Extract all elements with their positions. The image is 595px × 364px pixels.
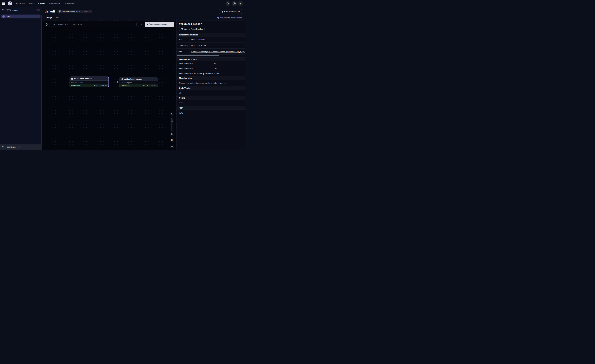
external-link-icon — [181, 28, 183, 30]
materialize-dropdown-button[interactable] — [170, 22, 174, 27]
section-type[interactable]: Type — [177, 106, 245, 110]
top-nav: Overview Runs Assets Automation Deployme… — [0, 0, 245, 7]
search-button[interactable] — [226, 1, 230, 6]
asset-group-icon — [2, 15, 5, 18]
refresh-graph-button[interactable] — [138, 22, 143, 27]
zoom-slider[interactable] — [170, 116, 174, 132]
expand-panel-icon — [46, 23, 49, 26]
page-title: default — [45, 10, 55, 13]
asset-detail-title: versioned_number — [179, 23, 243, 25]
sidebar-group-row[interactable]: 250321-dvers 1 — [0, 7, 42, 13]
zoom-out-button[interactable] — [170, 132, 174, 136]
view-tabs: Lineage List — [45, 16, 59, 20]
row-label: Timestamp — [177, 43, 190, 49]
section-title: Materialization tags — [179, 58, 197, 60]
tag-value: v5 — [212, 61, 245, 66]
metadata-plots-empty-message: No numeric metadata entries available to… — [177, 80, 245, 86]
asset-groups-sidebar: 250321-dvers 1 default 250321-dvers — [0, 7, 42, 150]
asset-group-badge: Asset Group in 250321-dvers — [57, 10, 92, 13]
chevron-down-icon[interactable] — [241, 87, 243, 89]
section-code-version[interactable]: Code Version — [177, 86, 245, 90]
dagster-logo-icon[interactable] — [7, 1, 13, 6]
sidebar-item-label: default — [6, 15, 12, 18]
asset-node-status: Materialized — [121, 85, 130, 87]
tab-lineage[interactable]: Lineage — [45, 16, 52, 20]
view-in-asset-catalog-button[interactable]: View in Asset Catalog — [179, 27, 205, 31]
zoom-slider-thumb[interactable] — [171, 120, 173, 122]
nav-links: Overview Runs Assets Automation Deployme… — [16, 2, 75, 5]
view-global-asset-lineage-label: View global asset lineage — [220, 17, 242, 19]
type-value: Any — [177, 110, 245, 116]
section-latest-materialization[interactable]: Latest materialization — [177, 33, 245, 37]
view-global-asset-lineage-link[interactable]: View global asset lineage — [217, 17, 242, 19]
asset-node-versioned-number[interactable]: versioned_number No description Material… — [70, 77, 109, 87]
materialize-selected-label: Materialize selected — [150, 23, 168, 26]
chevron-down-icon[interactable] — [241, 97, 243, 99]
reload-definitions-icon — [221, 10, 223, 13]
section-title: Latest materialization — [179, 34, 198, 36]
asset-node-timestamp: Mar 21, 5:25 PM — [143, 85, 156, 87]
graph-settings-button[interactable] — [170, 138, 174, 142]
section-materialization-tags[interactable]: Materialization tags — [177, 57, 245, 61]
nav-item-runs[interactable]: Runs — [29, 2, 34, 5]
run-id-link[interactable]: c9a40434 — [196, 38, 205, 41]
expand-panel-button[interactable] — [45, 22, 50, 27]
sidebar-item-default[interactable]: default — [1, 14, 41, 18]
download-graph-button[interactable] — [170, 144, 174, 148]
refresh-icon[interactable] — [19, 146, 20, 148]
tab-list[interactable]: List — [56, 16, 59, 20]
asset-node-multiplied-number[interactable]: multiplied_number No description Materia… — [119, 77, 158, 87]
zoom-in-button[interactable] — [170, 112, 174, 116]
gear-icon — [239, 2, 241, 5]
gear-icon — [171, 139, 173, 141]
reload-definitions-button[interactable]: Reload definitions — [219, 9, 242, 14]
chevron-down-icon[interactable] — [241, 34, 243, 36]
tag-value: true — [212, 71, 245, 76]
row-label: path — [177, 49, 190, 55]
table-icon — [71, 78, 73, 80]
horizontal-scrollbar — [177, 56, 245, 56]
sidebar-footer-name: 250321-dvers — [6, 146, 17, 148]
zoom-slider-track[interactable] — [171, 118, 172, 131]
asset-details-panel: versioned_number View in Asset Catalog L… — [177, 21, 245, 150]
reload-definitions-label: Reload definitions — [224, 10, 240, 13]
settings-button[interactable] — [238, 1, 243, 6]
row-label: Run — [177, 37, 190, 43]
folder-icon — [2, 9, 4, 11]
lineage-graph-icon — [217, 17, 219, 19]
lineage-canvas[interactable]: Materialize selected versioned_number — [42, 21, 177, 150]
path-link[interactable]: /Users/smackesey/stm/code/elementl/exper… — [191, 50, 245, 53]
help-button[interactable]: ? — [232, 1, 237, 6]
page-header: default Asset Group in 250321-dvers Relo… — [42, 7, 245, 21]
asset-search-input[interactable] — [57, 23, 135, 26]
section-title: Config — [179, 97, 185, 99]
refresh-icon[interactable] — [89, 10, 91, 13]
sparkle-icon — [147, 23, 149, 26]
nav-item-assets[interactable]: Assets — [38, 2, 45, 5]
sidebar-scrollbar[interactable] — [42, 15, 42, 144]
materialize-selected-button[interactable]: Materialize selected — [145, 22, 174, 27]
nav-item-overview[interactable]: Overview — [16, 2, 25, 5]
tag-key: code_version — [177, 61, 212, 66]
timestamp-value: Mar 21, 5:29 PM — [190, 43, 245, 49]
path-value: /Users/smackesey/stm/code/elementl/exper… — [190, 49, 245, 55]
run-value: Run c9a40434 — [190, 37, 245, 43]
nav-item-deployment[interactable]: Deployment — [64, 2, 75, 5]
nav-item-automation[interactable]: Automation — [49, 2, 60, 5]
run-prefix: Run — [191, 39, 195, 41]
chevron-down-icon — [172, 23, 173, 26]
asset-node-description: No description — [120, 81, 158, 84]
chevron-down-icon[interactable] — [241, 58, 243, 60]
hamburger-menu-icon[interactable] — [2, 2, 5, 5]
horizontal-scrollbar-thumb[interactable] — [177, 56, 219, 56]
section-metadata-plots[interactable]: Metadata plots — [177, 76, 245, 80]
asset-node-name: versioned_number — [74, 78, 92, 80]
section-config[interactable]: Config — [177, 96, 245, 100]
chevron-down-icon[interactable] — [241, 106, 243, 109]
code-version-value: v5 — [177, 90, 245, 96]
config-value: Any — [177, 100, 245, 106]
chevron-down-icon[interactable] — [241, 77, 243, 79]
badge-group-link[interactable]: 250321-dvers — [76, 10, 88, 13]
refresh-icon — [140, 23, 142, 26]
folder-icon — [2, 146, 4, 148]
